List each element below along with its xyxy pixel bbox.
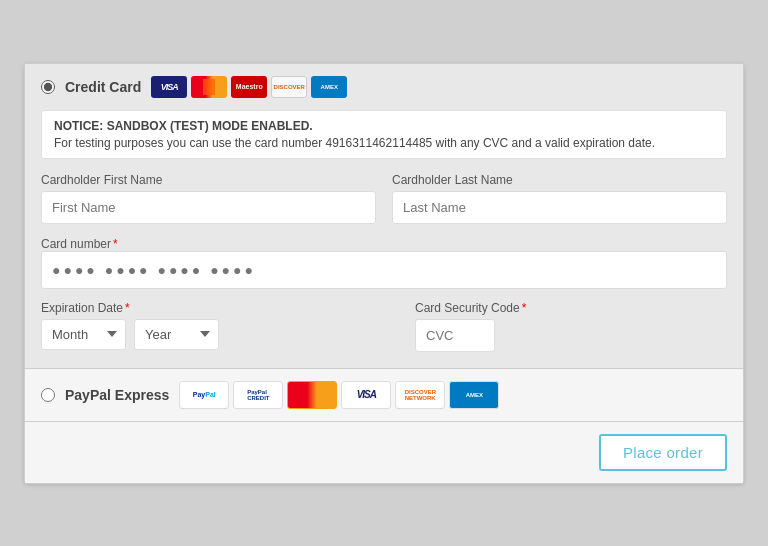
first-name-label: Cardholder First Name [41, 173, 376, 187]
maestro-logo: Maestro [231, 76, 267, 98]
credit-card-title: Credit Card [65, 79, 141, 95]
credit-card-section: Credit Card VISA Maestro DISCOVER AMEX N… [25, 64, 743, 369]
cvc-group: Card Security Code* [415, 301, 526, 352]
last-name-label: Cardholder Last Name [392, 173, 727, 187]
place-order-button[interactable]: Place order [599, 434, 727, 471]
discover-logo: DISCOVER [271, 76, 307, 98]
cvc-required: * [522, 301, 527, 315]
month-select[interactable]: Month 01020304 05060708 09101112 [41, 319, 126, 350]
pp-discover-logo: DISCOVERNETWORK [395, 381, 445, 409]
paypal-credit-logo: PayPalCREDIT [233, 381, 283, 409]
visa-logo: VISA [151, 76, 187, 98]
last-name-group: Cardholder Last Name [392, 173, 727, 224]
cvc-input[interactable] [415, 319, 495, 352]
paypal-radio[interactable] [41, 388, 55, 402]
paypal-title: PayPal Express [65, 387, 169, 403]
first-name-group: Cardholder First Name [41, 173, 376, 224]
credit-card-logos: VISA Maestro DISCOVER AMEX [151, 76, 347, 98]
pp-visa-logo: VISA [341, 381, 391, 409]
expiry-required: * [125, 301, 130, 315]
card-number-row: Card number* [41, 236, 727, 289]
paypal-logo: PayPal [179, 381, 229, 409]
expiry-selects: Month 01020304 05060708 09101112 Year 20… [41, 319, 219, 350]
expiry-label: Expiration Date* [41, 301, 219, 315]
expiry-group: Expiration Date* Month 01020304 05060708… [41, 301, 219, 350]
pp-mastercard-logo [287, 381, 337, 409]
notice-title: NOTICE: SANDBOX (TEST) MODE ENABLED. [54, 119, 714, 133]
paypal-logos: PayPal PayPalCREDIT VISA DISCOVERNETWORK… [179, 381, 499, 409]
first-name-input[interactable] [41, 191, 376, 224]
pp-amex-logo: AMEX [449, 381, 499, 409]
year-select[interactable]: Year 202420252026 202720282029 [134, 319, 219, 350]
card-number-input[interactable] [41, 251, 727, 289]
card-number-label: Card number* [41, 237, 118, 251]
card-number-required: * [113, 237, 118, 251]
sandbox-notice: NOTICE: SANDBOX (TEST) MODE ENABLED. For… [41, 110, 727, 159]
cvc-label: Card Security Code* [415, 301, 526, 315]
credit-card-header: Credit Card VISA Maestro DISCOVER AMEX [41, 76, 727, 98]
last-name-input[interactable] [392, 191, 727, 224]
mastercard-logo [191, 76, 227, 98]
footer: Place order [25, 422, 743, 483]
notice-body: For testing purposes you can use the car… [54, 136, 714, 150]
credit-card-radio[interactable] [41, 80, 55, 94]
expiry-cvc-row: Expiration Date* Month 01020304 05060708… [41, 301, 727, 352]
name-row: Cardholder First Name Cardholder Last Na… [41, 173, 727, 224]
payment-card: Credit Card VISA Maestro DISCOVER AMEX N… [24, 63, 744, 484]
paypal-section: PayPal Express PayPal PayPalCREDIT VISA … [25, 369, 743, 422]
amex-logo: AMEX [311, 76, 347, 98]
